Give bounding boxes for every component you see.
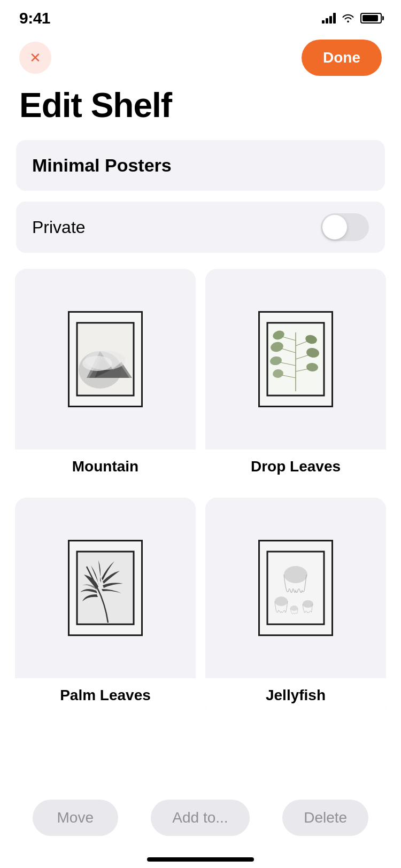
signal-icon (322, 13, 336, 24)
svg-point-30 (303, 600, 313, 608)
item-card-jellyfish[interactable]: Jellyfish (205, 498, 386, 717)
item-image-jellyfish (205, 498, 386, 678)
private-label: Private (32, 218, 86, 237)
close-button[interactable]: ✕ (19, 42, 51, 74)
item-card-palm-leaves[interactable]: Palm Leaves (15, 498, 196, 717)
item-image-mountain (15, 269, 196, 449)
bottom-actions: Move Add to... Delete (0, 800, 401, 836)
item-name-drop-leaves: Drop Leaves (205, 449, 386, 488)
item-image-palm-leaves (15, 498, 196, 678)
private-toggle[interactable] (321, 213, 369, 241)
item-card-mountain[interactable]: Mountain (15, 269, 196, 488)
page-title: Edit Shelf (0, 81, 401, 140)
delete-button[interactable]: Delete (282, 800, 368, 836)
svg-point-31 (290, 606, 298, 611)
svg-point-6 (82, 356, 112, 371)
svg-point-29 (275, 596, 288, 606)
shelf-name-input[interactable] (32, 155, 369, 176)
palmleaves-poster-frame (68, 540, 143, 636)
battery-icon (360, 13, 382, 24)
private-row: Private (16, 201, 385, 253)
add-to-button[interactable]: Add to... (151, 800, 249, 836)
items-grid: Mountain (0, 269, 401, 717)
svg-point-28 (284, 566, 307, 583)
item-card-drop-leaves[interactable]: Drop Leaves (205, 269, 386, 488)
home-indicator (147, 857, 254, 862)
nav-header: ✕ Done (0, 29, 401, 81)
item-image-drop-leaves (205, 269, 386, 449)
mountain-poster-frame (68, 311, 143, 407)
svg-rect-25 (76, 551, 135, 625)
item-name-mountain: Mountain (15, 449, 196, 488)
svg-rect-27 (266, 551, 325, 625)
move-button[interactable]: Move (33, 800, 118, 836)
status-time: 9:41 (19, 9, 50, 27)
status-icons (322, 13, 382, 24)
item-name-palm-leaves: Palm Leaves (15, 678, 196, 717)
item-name-jellyfish: Jellyfish (205, 678, 386, 717)
jellyfish-poster-frame (258, 540, 333, 636)
done-button[interactable]: Done (302, 40, 382, 76)
close-icon: ✕ (29, 51, 41, 65)
wifi-icon (341, 13, 355, 24)
dropleaves-poster-frame (258, 311, 333, 407)
shelf-name-container (16, 140, 385, 191)
status-bar: 9:41 (0, 0, 401, 29)
toggle-thumb (322, 215, 347, 239)
